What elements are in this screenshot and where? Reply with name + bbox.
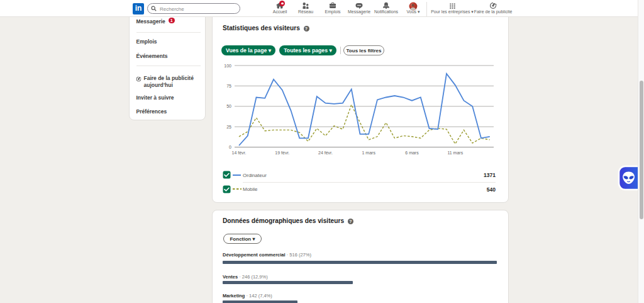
svg-text:50: 50	[226, 104, 231, 108]
svg-text:6 mars: 6 mars	[405, 151, 419, 155]
svg-text:19 févr.: 19 févr.	[275, 151, 289, 155]
svg-text:100: 100	[224, 64, 231, 68]
svg-text:1 mars: 1 mars	[362, 151, 375, 155]
svg-text:75: 75	[226, 84, 231, 88]
svg-text:25: 25	[226, 125, 231, 129]
svg-text:11 mars: 11 mars	[447, 151, 463, 155]
svg-text:0: 0	[229, 145, 231, 149]
svg-text:24 févr.: 24 févr.	[318, 151, 333, 155]
svg-text:14 févr.: 14 févr.	[232, 151, 247, 155]
